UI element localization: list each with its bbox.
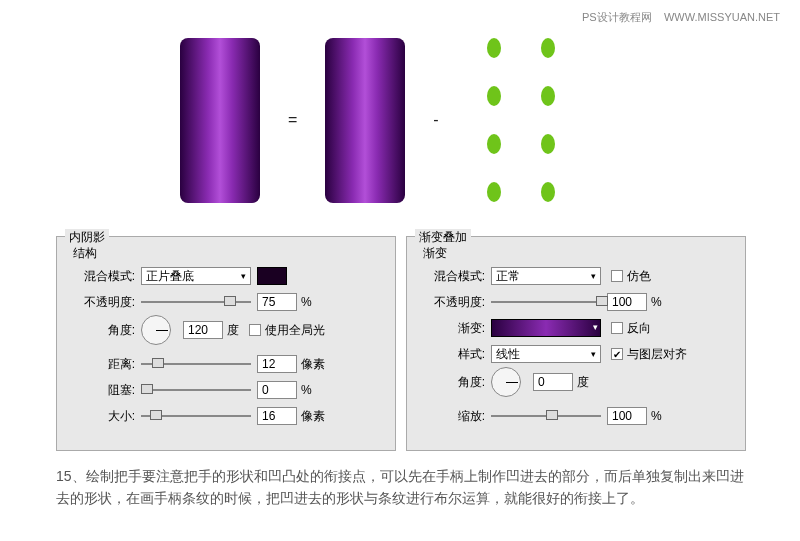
green-dot bbox=[541, 182, 555, 202]
dropdown-icon: ▾ bbox=[591, 271, 596, 281]
angle-dial[interactable] bbox=[141, 315, 171, 345]
opacity-label: 不透明度: bbox=[73, 294, 135, 311]
go-angle-unit: 度 bbox=[577, 374, 589, 391]
go-angle-dial[interactable] bbox=[491, 367, 521, 397]
opacity-input[interactable]: 75 bbox=[257, 293, 297, 311]
green-dot bbox=[487, 182, 501, 202]
equals-sign: = bbox=[288, 111, 297, 129]
size-slider[interactable] bbox=[141, 410, 251, 422]
watermark-cn: PS设计教程网 bbox=[582, 11, 652, 23]
reverse-label: 反向 bbox=[627, 320, 651, 337]
go-opacity-label: 不透明度: bbox=[423, 294, 485, 311]
minus-sign: - bbox=[433, 111, 438, 129]
blend-mode-label: 混合模式: bbox=[73, 268, 135, 285]
shape-notched bbox=[180, 38, 260, 203]
shape-plain bbox=[325, 38, 405, 203]
gradient-overlay-title: 渐变叠加 bbox=[415, 229, 471, 246]
distance-unit: 像素 bbox=[301, 356, 325, 373]
dither-label: 仿色 bbox=[627, 268, 651, 285]
go-angle-label: 角度: bbox=[423, 374, 485, 391]
blend-mode-select[interactable]: 正片叠底 ▾ bbox=[141, 267, 251, 285]
scale-input[interactable]: 100 bbox=[607, 407, 647, 425]
green-dot bbox=[487, 38, 501, 58]
distance-input[interactable]: 12 bbox=[257, 355, 297, 373]
panels-container: 内阴影 结构 混合模式: 正片叠底 ▾ 不透明度: 75 % 角度: 120 度… bbox=[56, 236, 746, 451]
size-input[interactable]: 16 bbox=[257, 407, 297, 425]
go-blend-label: 混合模式: bbox=[423, 268, 485, 285]
angle-input[interactable]: 120 bbox=[183, 321, 223, 339]
green-dot bbox=[487, 86, 501, 106]
choke-label: 阻塞: bbox=[73, 382, 135, 399]
align-label: 与图层对齐 bbox=[627, 346, 687, 363]
green-dot bbox=[541, 134, 555, 154]
watermark-url: WWW.MISSYUAN.NET bbox=[664, 11, 780, 23]
global-light-checkbox[interactable] bbox=[249, 324, 261, 336]
style-value: 线性 bbox=[496, 346, 520, 363]
scale-unit: % bbox=[651, 409, 662, 423]
opacity-unit: % bbox=[301, 295, 312, 309]
dither-checkbox[interactable] bbox=[611, 270, 623, 282]
dropdown-icon: ▾ bbox=[593, 322, 598, 332]
illustration: = - bbox=[180, 30, 700, 210]
distance-slider[interactable] bbox=[141, 358, 251, 370]
distance-label: 距离: bbox=[73, 356, 135, 373]
go-blend-value: 正常 bbox=[496, 268, 520, 285]
green-dot bbox=[541, 38, 555, 58]
green-dot bbox=[487, 134, 501, 154]
choke-slider[interactable] bbox=[141, 384, 251, 396]
dropdown-icon: ▾ bbox=[591, 349, 596, 359]
style-label: 样式: bbox=[423, 346, 485, 363]
go-angle-input[interactable]: 0 bbox=[533, 373, 573, 391]
go-opacity-slider[interactable] bbox=[491, 296, 601, 308]
inner-shadow-title: 内阴影 bbox=[65, 229, 109, 246]
go-opacity-unit: % bbox=[651, 295, 662, 309]
style-select[interactable]: 线性 ▾ bbox=[491, 345, 601, 363]
step-description: 15、绘制把手要注意把手的形状和凹凸处的衔接点，可以先在手柄上制作凹进去的部分，… bbox=[56, 465, 746, 510]
scale-label: 缩放: bbox=[423, 408, 485, 425]
choke-input[interactable]: 0 bbox=[257, 381, 297, 399]
size-unit: 像素 bbox=[301, 408, 325, 425]
gradient-sub-label: 渐变 bbox=[423, 245, 447, 262]
green-dot bbox=[541, 86, 555, 106]
dots-left bbox=[487, 38, 501, 202]
gradient-overlay-panel: 渐变叠加 渐变 混合模式: 正常 ▾ 仿色 不透明度: 100 % 渐变: ▾ … bbox=[406, 236, 746, 451]
structure-label: 结构 bbox=[73, 245, 97, 262]
global-light-label: 使用全局光 bbox=[265, 322, 325, 339]
dots-right bbox=[541, 38, 555, 202]
scale-slider[interactable] bbox=[491, 410, 601, 422]
choke-unit: % bbox=[301, 383, 312, 397]
gradient-picker[interactable]: ▾ bbox=[491, 319, 601, 337]
align-checkbox[interactable]: ✔ bbox=[611, 348, 623, 360]
shadow-color-swatch[interactable] bbox=[257, 267, 287, 285]
go-blend-select[interactable]: 正常 ▾ bbox=[491, 267, 601, 285]
gradient-label: 渐变: bbox=[423, 320, 485, 337]
blend-mode-value: 正片叠底 bbox=[146, 268, 194, 285]
dropdown-icon: ▾ bbox=[241, 271, 246, 281]
go-opacity-input[interactable]: 100 bbox=[607, 293, 647, 311]
angle-unit: 度 bbox=[227, 322, 239, 339]
opacity-slider[interactable] bbox=[141, 296, 251, 308]
inner-shadow-panel: 内阴影 结构 混合模式: 正片叠底 ▾ 不透明度: 75 % 角度: 120 度… bbox=[56, 236, 396, 451]
reverse-checkbox[interactable] bbox=[611, 322, 623, 334]
watermark: PS设计教程网 WWW.MISSYUAN.NET bbox=[582, 10, 780, 25]
size-label: 大小: bbox=[73, 408, 135, 425]
angle-label: 角度: bbox=[73, 322, 135, 339]
